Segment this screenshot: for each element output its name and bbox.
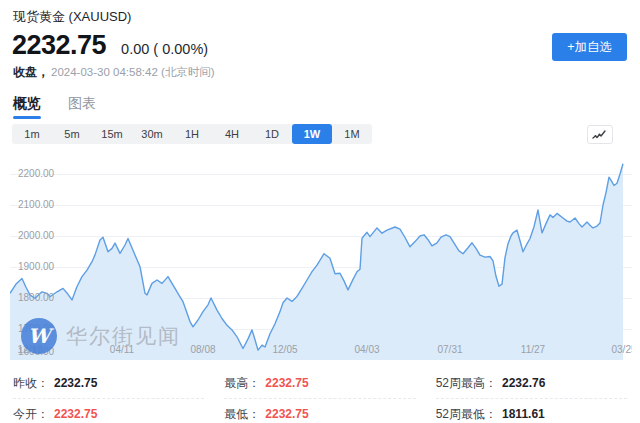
x-axis-label: 08/08 bbox=[190, 344, 215, 355]
stat-value: 2232.75 bbox=[54, 376, 97, 390]
x-axis-label: 07/31 bbox=[437, 344, 462, 355]
watermark: W 华尔街见闻 bbox=[21, 318, 181, 354]
tab-label: 概览 bbox=[13, 95, 41, 111]
stat-label: 52周最低： bbox=[436, 406, 497, 423]
tab-chart[interactable]: 图表 bbox=[68, 95, 96, 121]
chart-style-button[interactable] bbox=[587, 125, 613, 144]
x-axis-label: 11/27 bbox=[521, 344, 545, 355]
timeframe-1H[interactable]: 1H bbox=[172, 124, 212, 144]
y-axis-label: 1900.00 bbox=[18, 261, 54, 272]
add-watchlist-button[interactable]: +加自选 bbox=[552, 33, 627, 61]
instrument-title: 现货黄金 (XAUUSD) bbox=[13, 8, 131, 26]
active-tab-underline bbox=[13, 116, 41, 119]
stat-open: 今开：2232.75 bbox=[13, 399, 204, 423]
stat-value: 1811.61 bbox=[502, 407, 545, 421]
stats-grid: 昨收：2232.75最高：2232.7552周最高：2232.76今开：2232… bbox=[0, 368, 640, 423]
y-axis-label: 2000.00 bbox=[18, 230, 54, 241]
price-change: 0.00 ( 0.00%) bbox=[121, 41, 208, 57]
stat-label: 最高： bbox=[224, 375, 260, 392]
stat-value: 2232.75 bbox=[265, 407, 308, 421]
stat-value: 2232.75 bbox=[265, 376, 308, 390]
y-axis-label: 1800.00 bbox=[18, 292, 54, 303]
timeframe-1M[interactable]: 1M bbox=[332, 124, 372, 144]
timeframe-1D[interactable]: 1D bbox=[252, 124, 292, 144]
stat-value: 2232.76 bbox=[502, 376, 545, 390]
stat-prev-close: 昨收：2232.75 bbox=[13, 368, 204, 399]
stat-label: 52周最高： bbox=[436, 375, 497, 392]
stat-high: 最高：2232.75 bbox=[224, 368, 415, 399]
line-chart-icon bbox=[592, 129, 608, 141]
x-axis-label: 12/05 bbox=[272, 344, 297, 355]
timeframe-1m[interactable]: 1m bbox=[12, 124, 52, 144]
y-axis-label: 2200.00 bbox=[18, 168, 54, 179]
tabs: 概览图表 bbox=[13, 95, 96, 121]
y-axis-label: 2100.00 bbox=[18, 199, 54, 210]
chart-plot[interactable]: W 华尔街见闻 2200.002100.002000.001900.001800… bbox=[10, 150, 632, 362]
stat-value: 2232.75 bbox=[54, 407, 97, 421]
stat-label: 昨收： bbox=[13, 375, 49, 392]
brand-logo-icon: W bbox=[21, 318, 57, 354]
x-axis-label: 03/25 bbox=[611, 344, 632, 355]
timeframe-1W[interactable]: 1W bbox=[292, 124, 332, 144]
brand-name: 华尔街见闻 bbox=[66, 322, 181, 350]
quote-timestamp: 2024-03-30 04:58:42 (北京时间) bbox=[51, 65, 215, 80]
tab-label: 图表 bbox=[68, 95, 96, 111]
timeframe-4H[interactable]: 4H bbox=[212, 124, 252, 144]
price-row: 2232.75 0.00 ( 0.00%) bbox=[12, 30, 208, 61]
timeframe-group: 1m5m15m30m1H4H1D1W1M bbox=[12, 124, 372, 144]
market-status-label: 收盘， bbox=[13, 64, 49, 81]
timeframe-15m[interactable]: 15m bbox=[92, 124, 132, 144]
tab-overview[interactable]: 概览 bbox=[13, 95, 41, 121]
timeframe-5m[interactable]: 5m bbox=[52, 124, 92, 144]
stat-label: 今开： bbox=[13, 406, 49, 423]
x-axis-label: 04/03 bbox=[354, 344, 379, 355]
last-price: 2232.75 bbox=[12, 30, 106, 61]
timeframe-30m[interactable]: 30m bbox=[132, 124, 172, 144]
stat-week52-low: 52周最低：1811.61 bbox=[436, 399, 627, 423]
stat-week52-high: 52周最高：2232.76 bbox=[436, 368, 627, 399]
stat-low: 最低：2232.75 bbox=[224, 399, 415, 423]
stat-label: 最低： bbox=[224, 406, 260, 423]
market-status-row: 收盘， 2024-03-30 04:58:42 (北京时间) bbox=[13, 64, 215, 81]
